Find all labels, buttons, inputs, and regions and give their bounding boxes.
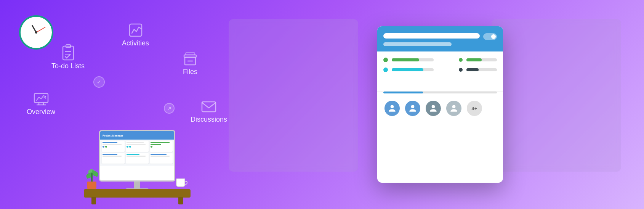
desk-scene: Project Manager: [76, 102, 198, 201]
feature-files: Files: [181, 50, 199, 76]
monitor-screen: Project Manager: [99, 130, 175, 182]
card-progress-section: [377, 91, 503, 93]
card-avatars: 4+: [377, 100, 503, 123]
card-bar-fill-2a: [392, 68, 423, 71]
feature-overview: Overview: [27, 90, 55, 116]
card-bar-1b: [466, 58, 497, 61]
coffee-cup: [176, 178, 187, 189]
envelope-icon: [200, 97, 218, 116]
card-header-bar1: [383, 33, 480, 39]
progress-bar: [383, 92, 497, 93]
screen-row-2: [102, 153, 173, 164]
monitor-chart-icon: [32, 90, 50, 108]
avatar-more: 4+: [466, 100, 483, 117]
card-dot-green-mid: [459, 58, 463, 62]
screen-card-6: [150, 153, 173, 164]
screen-card-5: [126, 153, 149, 164]
card-dot-teal-1: [383, 68, 388, 72]
cup-body: [176, 178, 185, 187]
avatar-icon-3: [428, 103, 438, 113]
screen-app-title: Project Manager: [103, 134, 123, 137]
card-bar-group-2: [392, 68, 455, 71]
svg-rect-13: [202, 102, 216, 112]
card-bar-fill-1b: [466, 58, 482, 61]
right-section: 4+: [236, 0, 644, 209]
svg-rect-0: [63, 46, 74, 60]
screen-header: Project Manager: [100, 131, 174, 140]
activities-label: Activities: [122, 39, 149, 47]
plant-stem: [91, 173, 93, 182]
bg-card-right: [492, 19, 621, 172]
screen-card-4: [102, 153, 125, 164]
card-header-bar2: [383, 42, 452, 46]
feature-todo: To-do Lists: [51, 44, 85, 70]
monitor: Project Manager: [99, 130, 175, 189]
svg-point-14: [391, 105, 394, 108]
clock-center: [35, 31, 37, 34]
card-dot-green-1: [383, 58, 388, 62]
todo-label: To-do Lists: [51, 62, 85, 70]
card-bar-2a: [392, 68, 434, 71]
card-bar-2b: [466, 68, 497, 71]
avatar-2: [404, 100, 421, 117]
background: To-do Lists Activities Files: [0, 0, 644, 209]
plant-pot: [87, 182, 96, 189]
overview-label: Overview: [27, 108, 55, 116]
avatar-1: [383, 100, 401, 117]
archive-icon: [181, 50, 199, 68]
progress-fill: [383, 92, 423, 93]
avatar-icon-1: [387, 103, 397, 113]
card-bar-fill-1a: [392, 58, 419, 61]
avatar-icon-2: [408, 103, 418, 113]
files-label: Files: [183, 68, 197, 76]
card-dot-dark-mid: [459, 68, 463, 72]
bg-card-left: [229, 19, 358, 172]
card-bar-1a: [392, 58, 434, 61]
svg-point-17: [452, 105, 456, 108]
card-bar-fill-2b: [466, 68, 479, 71]
card-toggle[interactable]: [483, 33, 497, 40]
desk: [84, 189, 191, 198]
svg-point-15: [411, 105, 415, 108]
screen-card-3: [150, 141, 173, 152]
svg-rect-4: [130, 24, 142, 36]
deco-circle-2: ↗: [164, 103, 175, 114]
card-header: [377, 26, 503, 51]
avatar-icon-4: [449, 103, 459, 113]
screen-row-1: [102, 141, 173, 152]
card-bar-group-1: [392, 58, 455, 61]
screen-card-1: [102, 141, 125, 152]
plant: [83, 164, 100, 189]
left-section: To-do Lists Activities Files: [0, 0, 236, 209]
clock-hand-minute: [36, 27, 46, 33]
monitor-neck: [134, 182, 140, 188]
screen-card-2: [126, 141, 149, 152]
clipboard-check-icon: [59, 44, 77, 62]
avatar-4: [445, 100, 463, 117]
clock-icon: [19, 15, 53, 50]
deco-circle-1: ✓: [93, 76, 105, 88]
activities-icon: [127, 21, 145, 39]
svg-point-16: [432, 105, 435, 108]
cup-handle: [184, 181, 187, 185]
card-list-item-1: [383, 58, 497, 62]
main-ui-card: 4+: [377, 26, 503, 183]
feature-activities: Activities: [122, 21, 149, 47]
card-list-item-2: [383, 68, 497, 72]
screen-body: [100, 140, 174, 166]
card-body: [377, 51, 503, 84]
avatar-3: [425, 100, 442, 117]
